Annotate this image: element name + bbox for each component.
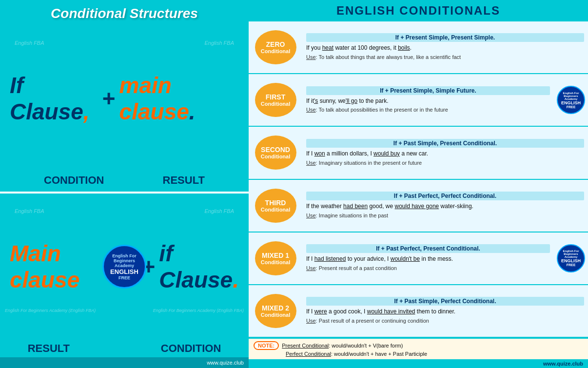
mixed1-sub: Conditional (261, 259, 291, 265)
second-badge-col: SECOND Conditional (249, 127, 302, 178)
second-name: SECOND (261, 146, 290, 154)
mixed1-formula: If + Past Perfect, Present Conditional. (306, 244, 550, 253)
zero-sub: Conditional (261, 48, 291, 54)
first-example: If it's sunny, we'll go to the park. (306, 97, 550, 105)
third-formula: If + Past Perfect, Perfect Conditional. (306, 192, 584, 200)
second-content: If + Past Simple, Present Conditional. I… (302, 127, 588, 178)
first-badge: FIRST Conditional (255, 83, 296, 117)
first-conditional-row: FIRST Conditional If + Present Simple, S… (249, 74, 588, 127)
zero-badge: ZERO Conditional (255, 30, 296, 64)
mixed2-name: MIXED 2 (262, 304, 289, 312)
note-line-2: Perfect Conditional: would/wouldn't + ha… (254, 351, 583, 357)
mixed1-badge: MIXED 1 Conditional (255, 241, 296, 275)
first-formula: If + Present Simple, Simple Future. (306, 86, 550, 95)
left-title: Conditional Structures (0, 0, 249, 25)
zero-use: Use: To talk about things that are alway… (306, 54, 584, 61)
mixed2-conditional-row: MIXED 2 Conditional If + Past Simple, Pe… (249, 285, 588, 338)
zero-conditional-row: ZERO Conditional If + Present Simple, Pr… (249, 21, 588, 74)
bottom-section: English FBA English FBA English For Begi… (0, 194, 249, 340)
second-sub: Conditional (261, 154, 291, 159)
badge-english: ENGLISH (110, 268, 138, 275)
top-labels-row: CONDITION RESULT (0, 172, 249, 192)
third-use: Use: Imagine situations in the past (306, 212, 584, 219)
second-formula: If + Past Simple, Present Conditional. (306, 139, 584, 148)
mixed1-content: If + Past Perfect, Present Conditional. … (302, 232, 554, 284)
zero-badge-col: ZERO Conditional (249, 21, 302, 73)
badge-free: FREE (118, 275, 130, 280)
left-footer-text: www.quize.club (207, 360, 244, 366)
second-badge: SECOND Conditional (255, 136, 296, 170)
top-watermark-left: English FBA (15, 40, 44, 46)
zero-formula: If + Present Simple, Present Simple. (306, 33, 584, 42)
first-sub: Conditional (261, 101, 291, 107)
right-header: ENGLISH CONDITIONALS (249, 0, 588, 21)
mixed1-conditional-row: MIXED 1 Conditional If + Past Perfect, P… (249, 232, 588, 285)
mixed2-example: If I were a good cook, I would have invi… (306, 308, 584, 316)
first-badge-col: FIRST Conditional (249, 74, 302, 126)
right-header-title: ENGLISH CONDITIONALS (336, 4, 500, 17)
note-badge: NOTE: (254, 341, 279, 350)
plus-sign-top: + (102, 85, 116, 112)
bottom-watermark-left-bottom: English For Beginners Academy (English F… (5, 308, 96, 313)
right-panel: ENGLISH CONDITIONALS ZERO Conditional If… (249, 0, 588, 368)
second-conditional-row: SECOND Conditional If + Past Simple, Pre… (249, 127, 588, 179)
center-badge: English ForBeginnersAcademy ENGLISH FREE (102, 245, 146, 289)
first-content: If + Present Simple, Simple Future. If i… (302, 74, 554, 126)
condition-label-top: CONDITION (44, 174, 104, 187)
third-sub: Conditional (261, 207, 291, 213)
condition-label-bottom: CONDITION (161, 342, 221, 355)
bottom-labels-row: RESULT CONDITION (0, 340, 249, 357)
note-line2-text: Perfect Conditional: would/wouldn't + ha… (286, 351, 427, 357)
mixed1-learn-badge-col: English ForBeginnersAcademy ENGLISH FREE (554, 232, 588, 284)
first-learn-badge-col: English ForBeginnersAcademy ENGLISH FREE (554, 74, 588, 126)
mixed1-learn-badge: English ForBeginnersAcademy ENGLISH FREE (557, 244, 585, 272)
mixed2-badge: MIXED 2 Conditional (255, 294, 296, 328)
badge-learn: English ForBeginnersAcademy (112, 253, 137, 268)
second-example: If I won a million dollars, I would buy … (306, 150, 584, 158)
first-use: Use: To talk about possibilities in the … (306, 106, 550, 114)
mixed2-badge-col: MIXED 2 Conditional (249, 285, 302, 337)
note-line-1: NOTE: Present Conditional: would/wouldn'… (254, 341, 583, 350)
right-footer-text: www.quize.club (543, 361, 583, 367)
if-clause-label: If Clause, (10, 72, 98, 125)
mixed2-formula: If + Past Simple, Perfect Conditional. (306, 297, 584, 306)
top-section: English FBA English FBA If Clause, + mai… (0, 25, 249, 172)
main-clause-label: main clause. (119, 72, 239, 125)
first-learn-badge: English ForBeginnersAcademy ENGLISH FREE (557, 86, 585, 114)
mixed2-use: Use: Past result of a present or continu… (306, 317, 584, 325)
left-panel: Conditional Structures English FBA Engli… (0, 0, 249, 368)
bottom-watermark-left-top: English FBA (15, 208, 44, 214)
if-clause-bottom: if Clause. (159, 240, 239, 293)
first-name: FIRST (266, 93, 285, 101)
zero-content: If + Present Simple, Present Simple. If … (302, 21, 588, 73)
second-use: Use: Imaginary situations in the present… (306, 159, 584, 167)
mixed1-use: Use: Present result of a past condition (306, 265, 550, 272)
third-badge: THIRD Conditional (255, 189, 296, 223)
third-name: THIRD (265, 199, 286, 207)
mixed1-example: If I had listened to your advice, I woul… (306, 255, 550, 263)
result-label-bottom: RESULT (28, 342, 70, 355)
left-footer-bar: www.quize.club (0, 357, 249, 368)
result-label-top: RESULT (163, 174, 205, 187)
mixed2-sub: Conditional (261, 312, 291, 318)
bottom-watermark-right-top: English FBA (204, 208, 234, 214)
note-line1-text: Present Conditional: would/wouldn't + V(… (282, 343, 403, 349)
mixed1-badge-col: MIXED 1 Conditional (249, 232, 302, 284)
third-badge-col: THIRD Conditional (249, 180, 302, 232)
bottom-watermark-right-bottom: English For Beginners Academy (English F… (153, 308, 244, 313)
note-row: NOTE: Present Conditional: would/wouldn'… (249, 338, 588, 359)
right-footer-bar: www.quize.club (249, 359, 588, 368)
top-watermark-right: English FBA (204, 40, 234, 46)
third-conditional-row: THIRD Conditional If + Past Perfect, Per… (249, 180, 588, 232)
third-example: If the weather had been good, we would h… (306, 202, 584, 211)
main-clause-bottom: Main clause (10, 240, 110, 293)
zero-example: If you heat water at 100 degrees, it boi… (306, 44, 584, 52)
zero-name: ZERO (266, 40, 285, 48)
top-clause-box: If Clause, + main clause. (10, 72, 239, 125)
third-content: If + Past Perfect, Perfect Conditional. … (302, 180, 588, 232)
mixed2-content: If + Past Simple, Perfect Conditional. I… (302, 285, 588, 337)
mixed1-name: MIXED 1 (262, 252, 289, 259)
conditionals-list: ZERO Conditional If + Present Simple, Pr… (249, 21, 588, 338)
